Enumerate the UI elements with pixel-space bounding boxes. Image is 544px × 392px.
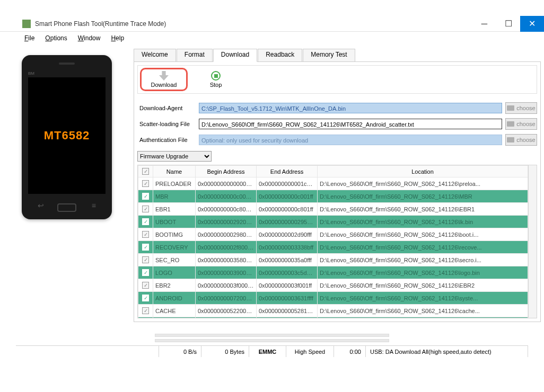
choose-scatter-button[interactable]: choose	[505, 118, 537, 130]
row-checkbox[interactable]: ✓	[142, 231, 149, 238]
row-name: RECOVERY	[153, 241, 196, 254]
row-end: 0x0000000000c801ff	[257, 203, 318, 216]
row-end: 0x0000000002d90fff	[257, 228, 318, 241]
download-button[interactable]: Download	[140, 68, 188, 91]
status-bytes: 0 Bytes	[201, 346, 249, 357]
row-location: D:\Lenovo_S660\Off_firm\S660_ROW_S062_14…	[318, 190, 528, 203]
tab-format[interactable]: Format	[177, 49, 213, 61]
phone-menu-icon: ≡	[92, 201, 96, 210]
progress-bar-1	[155, 334, 389, 337]
row-begin: 0x0000000002f80000	[196, 241, 257, 254]
row-begin: 0x0000000003f00000	[196, 279, 257, 292]
table-row[interactable]: ✓ EBR1 0x0000000000c80000 0x0000000000c8…	[138, 203, 528, 216]
col-end: End Address	[257, 166, 318, 177]
menu-options[interactable]: Options	[41, 33, 71, 43]
row-begin: 0x0000000000c80000	[196, 203, 257, 216]
choose-da-button[interactable]: choose	[505, 102, 537, 114]
row-begin: 0x0000000002980000	[196, 228, 257, 241]
row-name: ANDROID	[153, 292, 196, 305]
menu-file[interactable]: File	[20, 33, 39, 43]
row-location: D:\Lenovo_S660\Off_firm\S660_ROW_S062_14…	[318, 228, 528, 241]
table-row[interactable]: ✓ ANDROID 0x0000000007200000 0x000000000…	[138, 292, 528, 305]
menu-help[interactable]: Help	[107, 33, 128, 43]
row-begin: 0x0000000002920000	[196, 216, 257, 228]
scatter-file-field[interactable]: D:\Lenovo_S660\Off_firm\S660_ROW_S062_14…	[199, 119, 502, 129]
table-row[interactable]: ✓ USRDATA 0x0000000059200000 0x000000005…	[138, 317, 528, 319]
row-checkbox[interactable]: ✓	[142, 269, 149, 276]
maximize-button[interactable]: ☐	[496, 16, 520, 32]
row-checkbox[interactable]: ✓	[142, 218, 149, 225]
table-row[interactable]: ✓ UBOOT 0x0000000002920000 0x00000000002…	[138, 216, 528, 228]
tab-readback[interactable]: Readback	[258, 49, 302, 61]
table-row[interactable]: ✓ BOOTIMG 0x0000000002980000 0x000000000…	[138, 228, 528, 241]
row-location: D:\Lenovo_S660\Off_firm\S660_ROW_S062_14…	[318, 203, 528, 216]
folder-icon	[507, 121, 514, 127]
row-name: PRELOADER	[153, 177, 196, 190]
table-scrollbar[interactable]	[528, 165, 537, 318]
row-begin: 0x0000000003900000	[196, 266, 257, 279]
row-end: 0x0000000003c5d32b	[257, 266, 318, 279]
choose-auth-button[interactable]: choose	[505, 134, 537, 146]
select-all-checkbox[interactable]: ✓	[142, 168, 149, 175]
row-name: MBR	[153, 190, 196, 203]
table-row[interactable]: ✓ RECOVERY 0x0000000002f80000 0x00000000…	[138, 241, 528, 254]
row-name: BOOTIMG	[153, 228, 196, 241]
row-checkbox[interactable]: ✓	[142, 244, 149, 251]
row-begin: 0x0000000000c00000	[196, 190, 257, 203]
mode-select[interactable]: Firmware Upgrade	[137, 151, 212, 162]
tab-memory-test[interactable]: Memory Test	[303, 49, 355, 61]
row-end: 0x000000000001c55b	[257, 177, 318, 190]
row-location: D:\Lenovo_S660\Off_firm\S660_ROW_S062_14…	[318, 254, 528, 266]
row-end: 0x0000000003631ffff	[257, 292, 318, 305]
table-row[interactable]: ✓ EBR2 0x0000000003f00000 0x0000000003f0…	[138, 279, 528, 292]
row-checkbox[interactable]: ✓	[142, 256, 149, 263]
table-row[interactable]: ✓ MBR 0x0000000000c00000 0x0000000000c00…	[138, 190, 528, 203]
chipset-label: MT6582	[44, 129, 90, 142]
row-checkbox[interactable]: ✓	[142, 206, 149, 212]
status-storage: EMMC	[249, 346, 286, 357]
row-location: D:\Lenovo_S660\Off_firm\S660_ROW_S062_14…	[318, 241, 528, 254]
table-row[interactable]: ✓ LOGO 0x0000000003900000 0x0000000003c5…	[138, 266, 528, 279]
stop-button[interactable]: Stop	[192, 68, 240, 91]
row-end: 0x00000000035a0fff	[257, 254, 318, 266]
row-begin: 0x0000000000000000	[196, 177, 257, 190]
stop-icon	[211, 71, 221, 81]
col-name: Name	[153, 166, 196, 177]
download-agent-field[interactable]: C:\SP_Flash_Tool_v5.1712_Win\MTK_AllInOn…	[199, 103, 502, 113]
row-location: D:\Lenovo_S660\Off_firm\S660_ROW_S062_14…	[318, 266, 528, 279]
row-checkbox[interactable]: ✓	[142, 180, 149, 187]
row-end: 0x0000000003f001ff	[257, 279, 318, 292]
row-location: D:\Lenovo_S660\Off_firm\S660_ROW_S062_14…	[318, 279, 528, 292]
row-name: EBR1	[153, 203, 196, 216]
status-speed: 0 B/s	[159, 346, 201, 357]
row-checkbox[interactable]: ✓	[142, 307, 149, 314]
row-checkbox[interactable]: ✓	[142, 295, 149, 301]
window-title: Smart Phone Flash Tool(Runtime Trace Mod…	[35, 20, 472, 28]
row-end: 0x0000000000295d99	[257, 216, 318, 228]
row-checkbox[interactable]: ✓	[142, 282, 149, 289]
row-end: 0x0000000059ea22b	[257, 317, 318, 319]
status-usb: USB: DA Download All(high speed,auto det…	[366, 346, 528, 357]
tab-welcome[interactable]: Welcome	[134, 49, 176, 61]
row-checkbox[interactable]: ✓	[142, 193, 149, 200]
row-name: USRDATA	[153, 317, 196, 319]
folder-icon	[507, 105, 514, 111]
row-name: UBOOT	[153, 216, 196, 228]
status-mode: High Speed	[286, 346, 334, 357]
col-location: Location	[318, 166, 528, 177]
table-row[interactable]: ✓ SEC_RO 0x0000000003580000 0x0000000003…	[138, 254, 528, 266]
row-begin: 0x0000000003580000	[196, 254, 257, 266]
row-end: 0x0000000005281a0cf	[257, 305, 318, 317]
menu-window[interactable]: Window	[74, 33, 105, 43]
row-location: D:\Lenovo_S660\Off_firm\S660_ROW_S062_14…	[318, 292, 528, 305]
tab-download[interactable]: Download	[213, 49, 257, 62]
phone-preview: BM MT6582 ↩ ≡	[22, 55, 112, 219]
download-arrow-icon	[159, 71, 169, 81]
table-row[interactable]: ✓ PRELOADER 0x0000000000000000 0x0000000…	[138, 177, 528, 190]
row-location: D:\Lenovo_S660\Off_firm\S660_ROW_S062_14…	[318, 305, 528, 317]
auth-file-field[interactable]: Optional: only used for security downloa…	[199, 135, 502, 145]
close-button[interactable]: ✕	[520, 16, 544, 32]
phone-back-icon: ↩	[38, 201, 44, 210]
table-row[interactable]: ✓ CACHE 0x0000000052200000 0x00000000052…	[138, 305, 528, 317]
minimize-button[interactable]: ─	[472, 16, 496, 32]
